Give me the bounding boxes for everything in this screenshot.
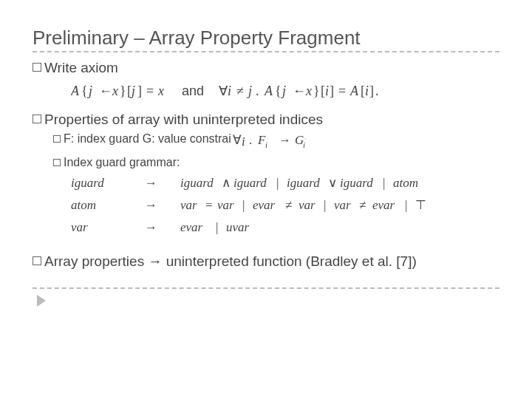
svg-text:→: → [279, 133, 291, 147]
array-properties-prefix: Array properties [44, 253, 148, 269]
svg-text:=: = [146, 83, 154, 98]
svg-text:i: i [365, 83, 369, 98]
svg-text:i: i [325, 83, 329, 98]
svg-text:.: . [375, 83, 379, 98]
svg-text:=: = [205, 198, 213, 212]
svg-text:|: | [216, 220, 218, 234]
svg-text:evar: evar [372, 198, 395, 212]
title-divider [33, 51, 499, 52]
svg-text:|: | [405, 198, 407, 212]
svg-text:}: } [120, 83, 126, 98]
svg-text:x: x [157, 83, 164, 98]
svg-text:var: var [180, 198, 197, 212]
page-title: Preliminary – Array Property Fragment [33, 27, 499, 50]
svg-text:x: x [112, 83, 118, 98]
svg-text:j: j [247, 83, 252, 98]
svg-text:∀: ∀ [233, 133, 242, 147]
svg-text:→: → [145, 176, 157, 190]
svg-text:i: i [303, 140, 305, 149]
properties-label: Properties of array with uninterpreted i… [44, 112, 323, 128]
svg-text:|: | [242, 198, 245, 212]
svg-text:var: var [71, 220, 88, 234]
svg-text:i: i [265, 140, 267, 149]
svg-text:≠: ≠ [359, 198, 366, 212]
square-bullet-icon [53, 135, 61, 143]
svg-text:A: A [71, 83, 80, 98]
bullet-index-guard: Index guard grammar: [53, 156, 499, 169]
svg-text:∨: ∨ [328, 176, 337, 190]
square-bullet-icon [33, 63, 41, 72]
svg-text:uvar: uvar [226, 220, 250, 234]
svg-text:}: } [313, 83, 320, 98]
svg-text:=: = [338, 83, 346, 98]
svg-text:|: | [383, 176, 385, 190]
svg-text:var: var [217, 198, 234, 212]
svg-marker-74 [37, 295, 46, 307]
svg-text:iguard: iguard [233, 176, 267, 190]
bullet-f-index: F: index guard G: value constrai ∀ → i .… [53, 132, 499, 151]
svg-text:∧: ∧ [222, 176, 231, 190]
svg-text:⊤: ⊤ [415, 198, 426, 212]
index-guard-label: Index guard grammar: [64, 156, 180, 169]
svg-text:≠: ≠ [236, 83, 244, 98]
write-axiom-formula: A { j ← x } [ j ] = x and ∀ i ≠ j . A { … [71, 81, 499, 101]
svg-text:x: x [305, 83, 312, 98]
array-properties-suffix: uninterpreted function (Bradley et al. [… [162, 253, 416, 269]
fg-quantifier-formula: ∀ → i . F → i → G → i [233, 132, 329, 151]
svg-text:{: { [275, 83, 282, 98]
svg-text:i: i [242, 134, 245, 149]
svg-text:]: ] [330, 83, 334, 98]
svg-text:var: var [334, 198, 351, 212]
svg-text:A: A [349, 83, 359, 98]
square-bullet-icon [53, 159, 61, 166]
svg-text:≠: ≠ [285, 198, 292, 212]
bullet-array-properties: Array properties → uninterpreted functio… [33, 253, 499, 270]
svg-text:var: var [299, 198, 316, 212]
grammar-block: iguard → iguard ∧ iguard | iguard ∨ igua… [71, 172, 499, 240]
arrow-icon: → [148, 253, 162, 269]
svg-text:evar: evar [253, 198, 276, 212]
svg-text:{: { [81, 83, 88, 98]
svg-text:atom: atom [71, 198, 96, 212]
svg-text:]: ] [137, 83, 142, 98]
svg-text:.: . [256, 83, 259, 98]
svg-text:A: A [264, 83, 273, 98]
svg-text:→: → [145, 198, 157, 212]
square-bullet-icon [33, 115, 41, 123]
svg-text:→: → [145, 220, 157, 234]
svg-text:|: | [276, 176, 279, 190]
svg-text:atom: atom [393, 176, 418, 190]
svg-text:iguard: iguard [71, 176, 104, 190]
square-bullet-icon [33, 256, 41, 265]
bullet-properties: Properties of array with uninterpreted i… [33, 112, 499, 128]
svg-text:←: ← [293, 83, 306, 98]
footer-divider [33, 287, 499, 289]
svg-text:iguard: iguard [340, 176, 373, 190]
svg-text:iguard: iguard [180, 176, 214, 190]
svg-text:iguard: iguard [287, 176, 320, 190]
svg-text:]: ] [369, 83, 374, 98]
footer-arrow-icon [37, 295, 499, 310]
f-index-label: F: index guard G: value constrai [64, 132, 231, 146]
bullet-write-axiom: Write axiom [33, 60, 499, 76]
svg-text:.: . [249, 133, 252, 147]
write-axiom-label: Write axiom [44, 60, 118, 76]
svg-text:j: j [130, 83, 135, 98]
svg-text:j: j [281, 83, 286, 98]
svg-text:evar: evar [180, 220, 203, 234]
svg-text:←: ← [99, 83, 112, 98]
svg-text:i: i [228, 83, 231, 98]
svg-text:j: j [87, 83, 92, 98]
svg-text:and: and [182, 83, 204, 98]
svg-text:|: | [324, 198, 326, 212]
